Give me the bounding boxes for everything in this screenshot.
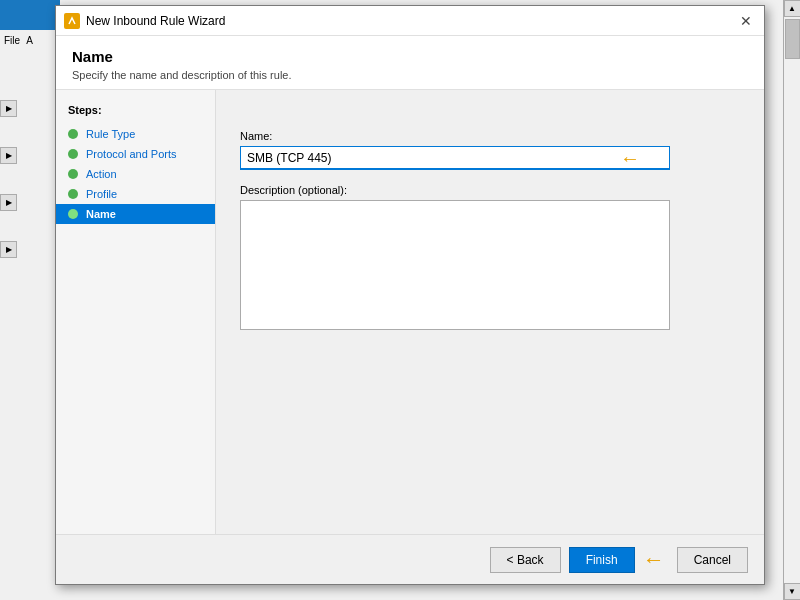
step-dot-name (68, 209, 78, 219)
left-arrow-2[interactable]: ▶ (0, 147, 17, 164)
title-bar: New Inbound Rule Wizard ✕ (56, 6, 764, 36)
cancel-button[interactable]: Cancel (677, 547, 748, 573)
scroll-down-arrow[interactable]: ▼ (784, 583, 801, 600)
left-arrow-3[interactable]: ▶ (0, 194, 17, 211)
step-rule-type[interactable]: Rule Type (56, 124, 215, 144)
step-name[interactable]: Name (56, 204, 215, 224)
name-field-label: Name: (240, 130, 740, 142)
step-label-protocol-ports: Protocol and Ports (86, 148, 177, 160)
left-arrow-1[interactable]: ▶ (0, 100, 17, 117)
dialog-body: Name Specify the name and description of… (56, 36, 764, 584)
steps-label: Steps: (56, 100, 215, 124)
dialog-header: Name Specify the name and description of… (56, 36, 764, 90)
left-arrows-panel: ▶ ▶ ▶ ▶ (0, 90, 17, 258)
name-input[interactable] (240, 146, 670, 170)
right-scrollbar: ▲ ▼ (783, 0, 800, 600)
desc-textarea[interactable] (240, 200, 670, 330)
bg-menu-bar: File A (0, 30, 60, 50)
step-label-profile: Profile (86, 188, 117, 200)
step-protocol-ports[interactable]: Protocol and Ports (56, 144, 215, 164)
close-button[interactable]: ✕ (736, 11, 756, 31)
step-dot-rule-type (68, 129, 78, 139)
dialog-content: Name: ← Description (optional): (216, 90, 764, 534)
action-menu[interactable]: A (26, 35, 33, 46)
steps-sidebar: Steps: Rule Type Protocol and Ports Acti… (56, 90, 216, 534)
dialog-window: New Inbound Rule Wizard ✕ Name Specify t… (55, 5, 765, 585)
dialog-main: Steps: Rule Type Protocol and Ports Acti… (56, 90, 764, 534)
step-label-rule-type: Rule Type (86, 128, 135, 140)
dialog-icon (64, 13, 80, 29)
desc-field-label: Description (optional): (240, 184, 740, 196)
step-profile[interactable]: Profile (56, 184, 215, 204)
dialog-footer: < Back Finish ← Cancel (56, 534, 764, 584)
back-button[interactable]: < Back (490, 547, 561, 573)
scroll-thumb[interactable] (785, 19, 800, 59)
scroll-up-arrow[interactable]: ▲ (784, 0, 801, 17)
file-menu[interactable]: File (4, 35, 20, 46)
left-arrow-4[interactable]: ▶ (0, 241, 17, 258)
finish-button[interactable]: Finish (569, 547, 635, 573)
step-dot-protocol-ports (68, 149, 78, 159)
header-title: Name (72, 48, 748, 65)
dialog-title: New Inbound Rule Wizard (86, 14, 736, 28)
bg-top-bar (0, 0, 60, 30)
step-label-action: Action (86, 168, 117, 180)
step-label-name: Name (86, 208, 116, 220)
bg-toolbar (0, 50, 60, 85)
cancel-arrow-annotation: ← (643, 547, 665, 573)
step-dot-profile (68, 189, 78, 199)
step-action[interactable]: Action (56, 164, 215, 184)
step-dot-action (68, 169, 78, 179)
header-subtitle: Specify the name and description of this… (72, 69, 748, 81)
